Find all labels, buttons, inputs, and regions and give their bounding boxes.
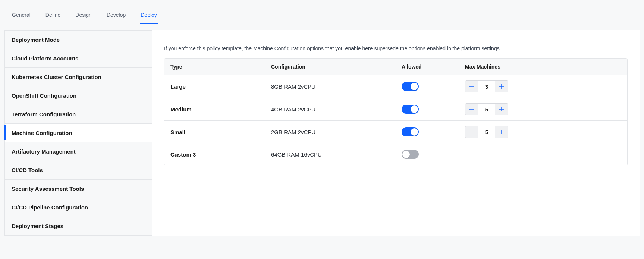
svg-rect-5 [501,107,502,111]
cell-max-machines [459,149,627,159]
svg-rect-2 [501,84,502,89]
cell-configuration: 8GB RAM 2vCPU [265,78,396,95]
plus-icon[interactable] [495,126,508,138]
minus-icon[interactable] [465,81,478,92]
cell-allowed [396,122,459,142]
toggle-knob-icon [402,151,410,158]
svg-rect-3 [469,109,474,110]
tabs-bar: GeneralDefineDesignDevelopDeploy [4,4,640,24]
cell-configuration: 2GB RAM 2vCPU [265,124,396,140]
cell-type: Medium [164,101,265,118]
plus-icon[interactable] [495,104,508,115]
allowed-toggle[interactable] [402,82,419,91]
tab-deploy[interactable]: Deploy [140,10,158,24]
table-header: Type Configuration Allowed Max Machines [164,59,627,75]
cell-type: Small [164,124,265,140]
stepper-value: 3 [478,81,495,92]
max-machines-stepper: 5 [465,126,508,138]
sidebar: Deployment ModeCloud Platform AccountsKu… [4,30,152,236]
tab-develop[interactable]: Develop [106,10,126,24]
plus-icon[interactable] [495,81,508,92]
table-row: Large8GB RAM 2vCPU3 [164,75,627,98]
table-row: Custom 364GB RAM 16vCPU [164,143,627,165]
col-allowed: Allowed [396,59,459,75]
cell-allowed [396,145,459,164]
tab-design[interactable]: Design [75,10,92,24]
svg-rect-6 [469,132,474,132]
allowed-toggle[interactable] [402,150,419,159]
toggle-knob-icon [411,83,418,90]
max-machines-stepper: 5 [465,103,508,115]
cell-configuration: 64GB RAM 16vCPU [265,146,396,163]
sidebar-item-terraform-configuration[interactable]: Terraform Configuration [5,105,152,124]
sidebar-item-deployment-stages[interactable]: Deployment Stages [5,217,152,235]
cell-allowed [396,77,459,96]
col-max-machines: Max Machines [459,59,627,75]
cell-max-machines: 5 [459,98,627,120]
table-row: Medium4GB RAM 2vCPU5 [164,98,627,121]
toggle-knob-icon [411,105,418,113]
sidebar-item-deployment-mode[interactable]: Deployment Mode [5,31,152,49]
sidebar-item-ci-cd-pipeline-configuration[interactable]: CI/CD Pipeline Configuration [5,198,152,217]
tab-define[interactable]: Define [45,10,61,24]
sidebar-item-cloud-platform-accounts[interactable]: Cloud Platform Accounts [5,49,152,68]
sidebar-item-security-assessment-tools[interactable]: Security Assessment Tools [5,180,152,198]
sidebar-item-machine-configuration[interactable]: Machine Configuration [5,124,152,142]
description-text: If you enforce this policy template, the… [164,45,628,51]
col-type: Type [164,59,265,75]
col-configuration: Configuration [265,59,396,75]
stepper-value: 5 [478,104,495,115]
cell-configuration: 4GB RAM 2vCPU [265,101,396,118]
allowed-toggle[interactable] [402,105,419,114]
sidebar-item-ci-cd-tools[interactable]: CI/CD Tools [5,161,152,180]
toggle-knob-icon [411,128,418,136]
allowed-toggle[interactable] [402,127,419,136]
tab-general[interactable]: General [11,10,31,24]
cell-type: Large [164,78,265,95]
sidebar-item-openshift-configuration[interactable]: OpenShift Configuration [5,86,152,105]
svg-rect-0 [469,86,474,87]
cell-type: Custom 3 [164,146,265,163]
cell-allowed [396,100,459,119]
content-panel: If you enforce this policy template, the… [152,30,640,236]
machine-config-table: Type Configuration Allowed Max Machines … [164,58,628,165]
max-machines-stepper: 3 [465,80,508,92]
minus-icon[interactable] [465,104,478,115]
sidebar-item-kubernetes-cluster-configuration[interactable]: Kubernetes Cluster Configuration [5,68,152,86]
minus-icon[interactable] [465,126,478,138]
table-row: Small2GB RAM 2vCPU5 [164,121,627,143]
svg-rect-8 [501,130,502,134]
sidebar-item-artifactory-management[interactable]: Artifactory Management [5,142,152,161]
cell-max-machines: 5 [459,121,627,143]
cell-max-machines: 3 [459,75,627,98]
stepper-value: 5 [478,126,495,138]
